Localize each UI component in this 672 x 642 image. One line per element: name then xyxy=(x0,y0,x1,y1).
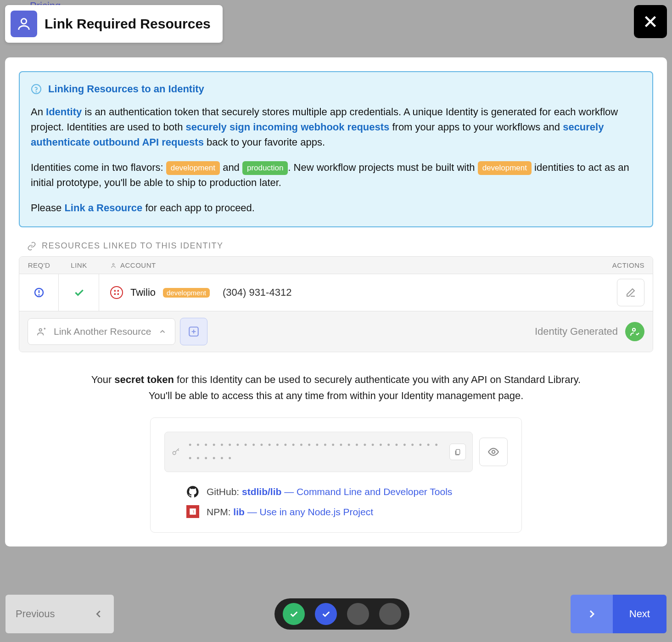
env-pill: development xyxy=(163,288,210,298)
info-para-1: An Identity is an authentication token t… xyxy=(31,104,641,150)
text: . New workflow projects must be built wi… xyxy=(288,162,477,173)
token-card: • • • • • • • • • • • • • • • • • • • • … xyxy=(150,417,522,533)
td-link-status xyxy=(59,274,99,311)
account-value: (304) 931-4312 xyxy=(223,287,291,298)
step-3[interactable] xyxy=(347,603,369,625)
svg-point-8 xyxy=(633,328,635,331)
reveal-token-button[interactable] xyxy=(479,438,508,466)
modal: Link Required Resources Linking Resource… xyxy=(5,5,667,637)
svg-rect-10 xyxy=(456,450,460,455)
text: from your apps to your workflows and xyxy=(389,121,563,133)
td-actions xyxy=(617,274,653,311)
text: Your xyxy=(91,374,115,385)
production-pill: production xyxy=(242,161,288,175)
provider-name: Twilio xyxy=(130,287,156,298)
svg-point-9 xyxy=(173,451,176,455)
text: Identities come in two flavors: xyxy=(31,162,166,173)
next-button[interactable]: Next xyxy=(571,595,666,633)
th-link: LINK xyxy=(59,257,99,274)
svg-point-6 xyxy=(39,329,42,332)
link-pkg: stdlib/lib xyxy=(242,486,281,497)
step-2-current[interactable] xyxy=(315,603,337,625)
check-icon xyxy=(73,287,85,298)
close-button[interactable] xyxy=(634,5,667,38)
info-title-text: Linking Resources to an Identity xyxy=(48,83,204,95)
identity-badge xyxy=(625,322,644,341)
step-indicator xyxy=(274,598,409,630)
text: for each app to proceed. xyxy=(142,202,255,214)
text: for this Identity can be used to securel… xyxy=(174,374,581,385)
check-icon xyxy=(289,609,299,619)
token-mask: • • • • • • • • • • • • • • • • • • • • … xyxy=(189,439,441,465)
modal-header: Link Required Resources xyxy=(5,5,667,43)
svg-point-3 xyxy=(112,263,114,265)
previous-button[interactable]: Previous xyxy=(6,595,114,633)
person-icon xyxy=(11,11,37,37)
link-another-button[interactable]: Link Another Resource xyxy=(28,318,175,345)
person-check-icon xyxy=(629,326,640,337)
link-desc: Command Line and Developer Tools xyxy=(297,486,452,497)
chevron-right-icon xyxy=(586,608,597,619)
add-resource-button[interactable] xyxy=(180,318,207,345)
token-input: • • • • • • • • • • • • • • • • • • • • … xyxy=(164,432,473,472)
text: Please xyxy=(31,202,64,214)
github-icon xyxy=(186,485,199,498)
next-icon-wrap xyxy=(571,595,613,633)
help-circle-icon xyxy=(31,84,42,95)
npm-icon xyxy=(186,505,199,518)
npm-link-row[interactable]: NPM: lib — Use in any Node.js Project xyxy=(186,504,508,520)
alert-circle-icon xyxy=(34,287,45,298)
th-required: REQ'D xyxy=(19,257,59,274)
chevron-up-icon xyxy=(158,327,167,336)
clipboard-icon xyxy=(454,448,461,456)
info-title: Linking Resources to an Identity xyxy=(31,83,641,95)
sign-webhook-link[interactable]: securely sign incoming webhook requests xyxy=(186,121,390,133)
text-bold: secret token xyxy=(114,374,174,385)
th-actions: ACTIONS xyxy=(612,257,653,274)
plus-square-icon xyxy=(188,326,200,338)
td-required xyxy=(19,274,59,311)
github-link-row[interactable]: GitHub: stdlib/lib — Command Line and De… xyxy=(186,484,508,500)
text: — xyxy=(245,507,260,517)
link-resource-link[interactable]: Link a Resource xyxy=(64,202,142,214)
token-section: Your secret token for this Identity can … xyxy=(19,372,653,533)
twilio-icon xyxy=(110,286,123,299)
edit-icon xyxy=(625,287,636,298)
text: NPM: xyxy=(207,507,233,517)
svg-point-0 xyxy=(21,19,26,24)
check-icon xyxy=(321,609,331,619)
link-desc: Use in any Node.js Project xyxy=(260,507,373,517)
wizard-footer: Previous Next xyxy=(0,591,672,637)
key-icon xyxy=(171,447,180,456)
close-icon xyxy=(642,13,659,30)
section-header-text: RESOURCES LINKED TO THIS IDENTITY xyxy=(42,241,224,251)
info-para-3: Please Link a Resource for each app to p… xyxy=(31,200,641,215)
modal-title-card: Link Required Resources xyxy=(5,5,223,43)
link-pkg: lib xyxy=(233,507,245,517)
identity-link[interactable]: Identity xyxy=(46,106,82,118)
link-icon xyxy=(27,242,36,251)
token-line-1: Your secret token for this Identity can … xyxy=(19,372,653,388)
link-another-label: Link Another Resource xyxy=(54,326,151,337)
table-footer: Link Another Resource Identity Generated xyxy=(19,311,653,352)
development-pill: development xyxy=(166,161,220,175)
svg-point-11 xyxy=(492,451,495,454)
eye-icon xyxy=(487,446,499,458)
text: and xyxy=(220,162,242,173)
text: back to your favorite apps. xyxy=(204,136,325,148)
step-1-complete[interactable] xyxy=(283,603,305,625)
step-4[interactable] xyxy=(379,603,401,625)
modal-title: Link Required Resources xyxy=(45,16,211,32)
section-header: RESOURCES LINKED TO THIS IDENTITY xyxy=(27,241,653,251)
text: — xyxy=(281,486,297,497)
identity-status: Identity Generated xyxy=(535,322,644,341)
chevron-left-icon xyxy=(94,609,104,619)
token-line-2: You'll be able to access this at any tim… xyxy=(19,388,653,404)
th-account: ACCOUNT xyxy=(99,257,156,274)
edit-button[interactable] xyxy=(617,279,644,306)
table-row: Twilio development (304) 931-4312 xyxy=(19,274,653,311)
modal-body: Linking Resources to an Identity An Iden… xyxy=(5,57,667,546)
info-para-2: Identities come in two flavors: developm… xyxy=(31,160,641,190)
copy-token-button[interactable] xyxy=(449,444,466,460)
table-header: REQ'D LINK ACCOUNT ACTIONS xyxy=(19,257,653,274)
